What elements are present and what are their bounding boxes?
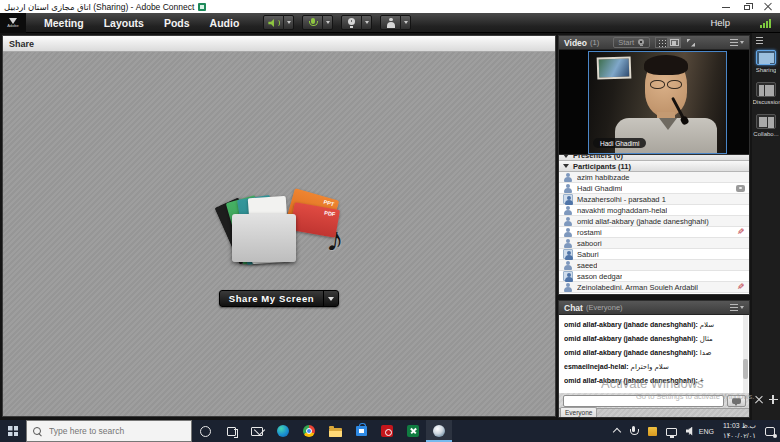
participant-name: Hadi Ghadimi xyxy=(577,184,622,193)
windows-taskbar: ENG 11:03 ب.ظ ۱۴۰۰/۰۲/۰۱ xyxy=(0,420,780,442)
search-input[interactable] xyxy=(47,425,177,437)
clock[interactable]: 11:03 ب.ظ ۱۴۰۰/۰۲/۰۱ xyxy=(723,421,756,441)
layout-bar-menu-button[interactable] xyxy=(756,37,763,44)
share-my-screen-button[interactable]: Share My Screen xyxy=(219,290,340,307)
tray-microphone-icon[interactable] xyxy=(629,426,639,437)
attendee-person-icon xyxy=(563,260,573,270)
chat-pod-menu-button[interactable] xyxy=(730,304,744,311)
person-glasses xyxy=(647,80,685,89)
excel-icon[interactable] xyxy=(400,420,426,442)
minimize-button[interactable] xyxy=(720,1,732,12)
close-button[interactable] xyxy=(762,1,774,12)
participant-row[interactable]: Hadi Ghadimi xyxy=(559,183,749,194)
chat-input[interactable] xyxy=(563,395,724,407)
video-pod-menu-button[interactable] xyxy=(730,39,744,46)
share-pod-header[interactable]: Share xyxy=(3,36,555,52)
windows-logo-icon xyxy=(8,426,18,436)
attendee-person-icon xyxy=(563,216,573,226)
acrobat-icon[interactable] xyxy=(374,420,400,442)
chat-message-sender: esmaeilnejad-helal: xyxy=(564,363,629,370)
chat-scrollbar-track[interactable] xyxy=(743,315,748,393)
chat-scrollbar-thumb[interactable] xyxy=(743,359,748,379)
action-center-icon[interactable] xyxy=(765,427,775,436)
attendee-person-icon xyxy=(563,205,573,215)
language-indicator[interactable]: ENG xyxy=(699,428,714,435)
participant-name: Zeinolabedini. Arman Souleh Ardabil xyxy=(577,283,698,292)
layout-label: Discussion xyxy=(753,99,780,105)
pod-menu-icon xyxy=(756,37,763,44)
video-name-tag: Hadi Ghadimi xyxy=(593,138,646,148)
participant-row[interactable]: rostami xyxy=(559,227,749,238)
participants-section-header[interactable]: Participants (11) xyxy=(559,161,749,172)
adobe-connect-icon[interactable] xyxy=(426,420,452,442)
connection-status-icon[interactable] xyxy=(760,18,772,28)
menu-item[interactable]: Audio xyxy=(200,13,250,33)
fullscreen-button[interactable] xyxy=(687,39,695,47)
start-button[interactable] xyxy=(0,420,26,442)
layout-item[interactable]: Sharing xyxy=(752,50,780,73)
speaker-button[interactable] xyxy=(263,15,294,30)
speaker-icon xyxy=(267,17,280,28)
participant-row[interactable]: Mazahersolhi - parsabad 1 xyxy=(559,194,749,205)
webcam-button[interactable] xyxy=(341,15,372,30)
speaker-dropdown[interactable] xyxy=(283,15,293,30)
participant-row[interactable]: omid allaf-akbary (jahade daneshghahi) xyxy=(559,216,749,227)
chat-message: esmaeilnejad-helal: سلام واحترام xyxy=(564,360,741,374)
webcam-dropdown[interactable] xyxy=(361,15,371,30)
chat-pod-header[interactable]: Chat (Everyone) xyxy=(559,301,749,315)
person-shirt xyxy=(615,118,717,154)
drawing-status-icon xyxy=(737,284,745,291)
hidden-icons-chevron[interactable] xyxy=(613,428,621,436)
participant-row[interactable]: navakhti moghaddam-helal xyxy=(559,205,749,216)
share-pod-title: Share xyxy=(9,39,34,49)
network-icon[interactable] xyxy=(666,428,677,436)
chat-message: omid allaf-akbary (jahade daneshghahi): … xyxy=(564,374,741,388)
participant-row[interactable]: azim habibzade xyxy=(559,172,749,183)
cortana-icon[interactable] xyxy=(192,420,218,442)
microphone-button[interactable] xyxy=(302,15,333,30)
menu-item[interactable]: Pods xyxy=(154,13,200,33)
close-layout-icon[interactable] xyxy=(755,396,763,404)
participant-row[interactable]: Zeinolabedini. Arman Souleh Ardabil xyxy=(559,282,749,293)
layout-item[interactable]: Discussion xyxy=(752,82,780,105)
participant-row[interactable]: Saburi xyxy=(559,249,749,260)
chrome-icon[interactable] xyxy=(296,420,322,442)
edge-icon[interactable] xyxy=(270,420,296,442)
share-options-dropdown[interactable] xyxy=(323,290,338,307)
video-pod-header[interactable]: Video (1) Start xyxy=(559,36,749,50)
tray-app-icon[interactable] xyxy=(648,427,657,436)
taskbar-search[interactable] xyxy=(26,420,192,442)
share-pod: Share PPT PDF ♪ Share My Screen xyxy=(2,35,556,417)
task-view-icon[interactable] xyxy=(218,420,244,442)
chat-message-sender: omid allaf-akbary (jahade daneshghahi): xyxy=(564,321,698,328)
webcam-video-feed[interactable]: Hadi Ghadimi xyxy=(588,51,727,154)
chat-send-button[interactable] xyxy=(727,395,746,407)
grid-view-button[interactable] xyxy=(655,37,668,48)
pod-menu-icon xyxy=(730,304,738,311)
participant-row[interactable]: saboori xyxy=(559,238,749,249)
participant-name: Saburi xyxy=(577,250,599,259)
store-icon[interactable] xyxy=(348,420,374,442)
attendee-person-icon xyxy=(563,194,573,204)
menu-item[interactable]: Layouts xyxy=(94,13,154,33)
file-explorer-icon[interactable] xyxy=(322,420,348,442)
menu-item[interactable]: Meeting xyxy=(34,13,94,33)
mail-icon[interactable] xyxy=(244,420,270,442)
participant-row[interactable]: sason dedgar xyxy=(559,271,749,282)
set-status-button[interactable] xyxy=(380,15,411,30)
chat-tab-everyone[interactable]: Everyone xyxy=(560,407,597,417)
participant-row[interactable]: saeed xyxy=(559,260,749,271)
video-pod: Video (1) Start Hadi Ghadimi xyxy=(558,35,750,155)
add-layout-icon[interactable] xyxy=(769,395,778,404)
restore-button[interactable] xyxy=(741,1,753,12)
filmstrip-view-button[interactable] xyxy=(668,37,681,48)
microphone-dropdown[interactable] xyxy=(322,15,332,30)
set-status-dropdown[interactable] xyxy=(400,15,410,30)
attendee-person-icon xyxy=(563,172,573,182)
layout-item[interactable]: Collabo... xyxy=(752,114,780,137)
webcam-status-icon xyxy=(736,185,745,192)
start-webcam-button[interactable]: Start xyxy=(613,37,650,48)
clock-date: ۱۴۰۰/۰۲/۰۱ xyxy=(723,431,756,441)
help-menu[interactable]: Help xyxy=(710,17,730,28)
start-webcam-label: Start xyxy=(618,38,634,47)
